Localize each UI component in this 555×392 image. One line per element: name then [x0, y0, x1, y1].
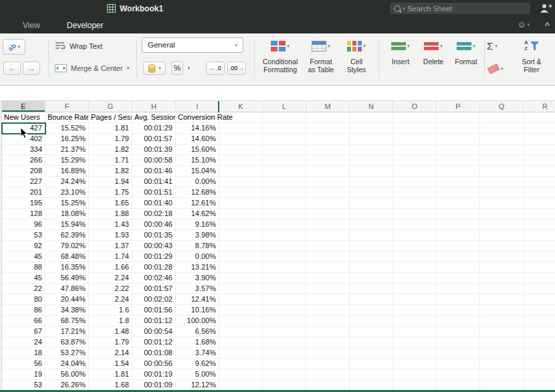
- cell[interactable]: 00:01:46: [132, 166, 176, 176]
- cell[interactable]: 00:01:12: [132, 316, 176, 326]
- cell[interactable]: 00:01:29: [132, 123, 176, 133]
- cell[interactable]: [219, 305, 263, 315]
- cell[interactable]: 1.68: [89, 380, 132, 390]
- cell[interactable]: [524, 337, 555, 347]
- cell[interactable]: [306, 230, 350, 240]
- cell[interactable]: [393, 369, 437, 379]
- cell[interactable]: 00:01:57: [132, 134, 176, 144]
- cell[interactable]: 45: [2, 273, 45, 283]
- cell[interactable]: 1.68%: [176, 337, 219, 347]
- cell[interactable]: 96: [2, 219, 45, 229]
- cell[interactable]: 128: [2, 209, 45, 219]
- cell[interactable]: [480, 252, 524, 262]
- cell[interactable]: [263, 380, 306, 390]
- cell[interactable]: [393, 187, 437, 197]
- cell[interactable]: [524, 144, 555, 155]
- cell[interactable]: 1.79: [89, 337, 132, 347]
- cell[interactable]: 67: [2, 326, 45, 336]
- cell[interactable]: [393, 123, 437, 133]
- cell[interactable]: [480, 187, 524, 197]
- cell[interactable]: [437, 177, 480, 187]
- cell[interactable]: [524, 155, 555, 165]
- cell[interactable]: [437, 316, 480, 326]
- cell[interactable]: 19: [2, 369, 45, 379]
- cell[interactable]: 1.8: [89, 316, 132, 326]
- decrease-decimal-button[interactable]: .00 →: [227, 62, 246, 75]
- cell[interactable]: 2.24: [89, 294, 132, 304]
- cell[interactable]: [480, 177, 524, 187]
- cell[interactable]: 00:00:54: [132, 326, 176, 336]
- cell[interactable]: [306, 177, 350, 187]
- cell[interactable]: [306, 187, 350, 197]
- column-header-K[interactable]: K: [219, 101, 263, 112]
- percent-style-button[interactable]: %: [171, 62, 183, 75]
- cell[interactable]: [524, 305, 555, 315]
- cell[interactable]: [263, 326, 306, 336]
- cell[interactable]: [263, 305, 306, 315]
- cell[interactable]: [480, 144, 524, 155]
- cell[interactable]: [350, 326, 393, 336]
- cell[interactable]: 6.56%: [176, 326, 219, 336]
- cell[interactable]: [306, 359, 350, 369]
- cell[interactable]: 56: [2, 359, 45, 369]
- delete-button[interactable]: ▾Delete: [417, 37, 449, 66]
- cell[interactable]: 00:01:28: [132, 262, 176, 272]
- cell[interactable]: [524, 316, 555, 326]
- cell[interactable]: [437, 123, 480, 133]
- cell[interactable]: [350, 219, 393, 229]
- cell[interactable]: 53.27%: [45, 348, 89, 358]
- cell[interactable]: 201: [2, 187, 45, 197]
- cell[interactable]: 86: [2, 305, 45, 315]
- format-as-table-button[interactable]: ▾Formatas Table: [302, 37, 340, 74]
- cell[interactable]: 00:02:18: [132, 209, 176, 219]
- cell[interactable]: 00:01:40: [132, 198, 176, 208]
- cell[interactable]: [393, 262, 437, 272]
- cell[interactable]: 1.54: [89, 359, 132, 369]
- cell[interactable]: [306, 155, 350, 165]
- cell[interactable]: [263, 198, 306, 208]
- column-header-G[interactable]: G: [89, 101, 132, 112]
- cell[interactable]: [219, 134, 263, 144]
- cell[interactable]: [437, 155, 480, 165]
- cell[interactable]: [437, 134, 480, 144]
- decrease-indent-button[interactable]: ←: [3, 62, 21, 75]
- cell[interactable]: 66: [2, 316, 45, 326]
- cell[interactable]: [437, 348, 480, 358]
- cell[interactable]: [306, 337, 350, 347]
- cell[interactable]: 26.26%: [45, 380, 89, 390]
- cell[interactable]: [350, 252, 393, 262]
- cell[interactable]: 00:01:51: [132, 187, 176, 197]
- orientation-button[interactable]: ab ▾: [3, 39, 25, 55]
- cell[interactable]: [437, 380, 480, 390]
- cell[interactable]: [263, 166, 306, 176]
- cell[interactable]: 00:01:35: [132, 230, 176, 240]
- cell[interactable]: 15.04%: [176, 166, 219, 176]
- cell[interactable]: 68.48%: [45, 252, 89, 262]
- cell[interactable]: [480, 134, 524, 144]
- cell[interactable]: [524, 241, 555, 251]
- cell[interactable]: [524, 262, 555, 272]
- cell[interactable]: [350, 241, 393, 251]
- cell[interactable]: 1.6: [89, 305, 132, 315]
- cell[interactable]: [393, 337, 437, 347]
- cell[interactable]: 45: [2, 252, 45, 262]
- cell[interactable]: [219, 166, 263, 176]
- cell[interactable]: 1.48: [89, 326, 132, 336]
- cell[interactable]: [393, 348, 437, 358]
- cell[interactable]: [306, 219, 350, 229]
- cell[interactable]: 15.10%: [176, 155, 219, 165]
- cell[interactable]: 14.62%: [176, 209, 219, 219]
- feedback-button[interactable]: ☺ ▾: [517, 19, 530, 29]
- cell[interactable]: [306, 369, 350, 379]
- cell[interactable]: 00:00:46: [132, 219, 176, 229]
- cell[interactable]: [480, 359, 524, 369]
- cell[interactable]: [437, 262, 480, 272]
- cell[interactable]: [263, 187, 306, 197]
- cell[interactable]: [480, 262, 524, 272]
- cell[interactable]: [350, 230, 393, 240]
- cell[interactable]: [393, 198, 437, 208]
- cell[interactable]: [437, 198, 480, 208]
- cell[interactable]: [393, 273, 437, 283]
- cell[interactable]: [524, 177, 555, 187]
- clear-button[interactable]: ▾: [488, 66, 504, 72]
